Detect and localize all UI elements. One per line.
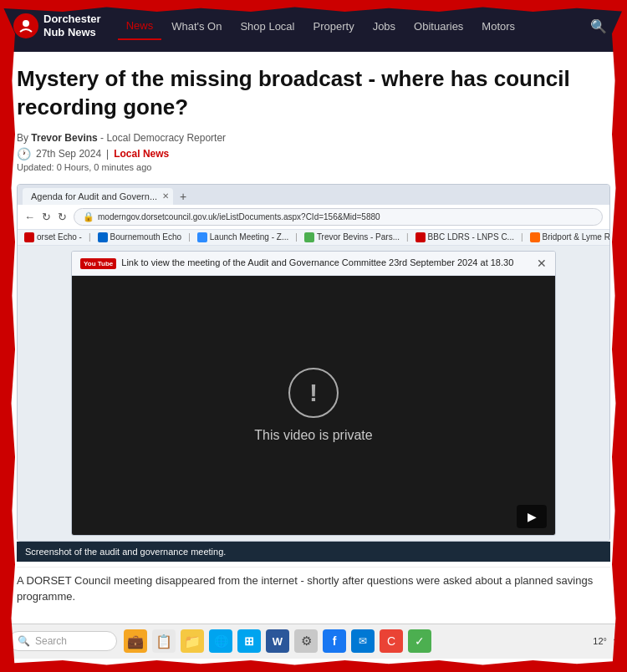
url-bar[interactable]: 🔒 moderngov.dorsetcouncil.gov.uk/ieListD… <box>74 208 603 226</box>
video-player: ! This video is private ▶ <box>72 276 555 535</box>
taskbar-app-outlook[interactable]: ✉ <box>351 629 375 653</box>
nav-item-shop-local[interactable]: Shop Local <box>232 13 303 39</box>
bookmark-favicon-1 <box>24 232 34 242</box>
bookmark-favicon-5 <box>415 232 426 242</box>
nav-item-news[interactable]: News <box>118 13 162 40</box>
browser-bookmarks: orset Echo - | Bournemouth Echo | Launch… <box>18 230 609 246</box>
taskbar-app-store[interactable]: ⊞ <box>237 629 261 653</box>
nav-item-motors[interactable]: Motors <box>473 13 523 39</box>
video-caption: Screenshot of the audit and governance m… <box>17 542 610 562</box>
red-border-left <box>0 0 15 659</box>
bookmark-dorset-echo[interactable]: orset Echo - <box>24 232 82 242</box>
bookmark-favicon-3 <box>197 232 207 242</box>
nav-items: News What's On Shop Local Property Jobs … <box>118 13 584 40</box>
taskbar-app-explorer[interactable]: 📋 <box>152 629 176 653</box>
article-date-line: 🕐 27th Sep 2024 | Local News <box>17 147 610 160</box>
bookmark-favicon-6 <box>530 232 540 242</box>
video-private-content: ! This video is private <box>254 368 372 443</box>
red-border-right <box>612 0 627 659</box>
taskbar-app-word[interactable]: W <box>266 629 289 653</box>
video-popup-title-text: Link to view the meeting of the Audit an… <box>121 257 513 269</box>
article-author: By Trevor Bevins - Local Democracy Repor… <box>17 132 610 144</box>
logo-icon <box>13 13 38 38</box>
nav-item-obituaries[interactable]: Obituaries <box>405 13 472 39</box>
secure-icon: 🔒 <box>83 211 94 222</box>
tab-add-button[interactable]: + <box>175 188 191 205</box>
browser-tabs: Agenda for Audit and Govern... ✕ + <box>18 185 609 205</box>
bookmark-zoom[interactable]: Launch Meeting - Z... <box>197 232 289 242</box>
svg-point-0 <box>23 20 29 27</box>
article-title: Mystery of the missing broadcast - where… <box>17 65 610 122</box>
clock-icon: 🕐 <box>17 147 31 160</box>
youtube-icon: You Tube <box>80 258 116 269</box>
video-popup-close-button[interactable]: ✕ <box>537 257 547 270</box>
taskbar-search-icon: 🔍 <box>18 635 30 647</box>
bookmark-favicon-2 <box>98 232 108 242</box>
nav-item-property[interactable]: Property <box>305 13 363 39</box>
video-popup-container: You Tube Link to view the meeting of the… <box>18 246 609 541</box>
taskbar-search-placeholder: Search <box>35 635 67 647</box>
taskbar-app-icons: 💼 📋 📁 🌐 ⊞ W ⚙ f ✉ C ✓ <box>124 629 586 653</box>
taskbar-app-folder[interactable]: 📁 <box>181 629 204 653</box>
taskbar-search[interactable]: 🔍 Search <box>8 631 117 651</box>
logo[interactable]: Dorchester Nub News <box>13 13 101 38</box>
nav-item-jobs[interactable]: Jobs <box>364 13 404 39</box>
article-body: A DORSET Council meeting disappeared fro… <box>17 567 610 610</box>
browser-address-bar: ← ↻ ↻ 🔒 moderngov.dorsetcouncil.gov.uk/i… <box>18 205 609 230</box>
video-popup-title-icon: You Tube Link to view the meeting of the… <box>80 257 513 269</box>
video-controls-bar: ▶ <box>517 505 547 528</box>
updated-text: Updated: 0 Hours, 0 minutes ago <box>17 162 610 172</box>
forward-icon[interactable]: ↻ <box>42 211 51 223</box>
browser-tab-active[interactable]: Agenda for Audit and Govern... ✕ <box>23 188 173 205</box>
taskbar-app-onedrive[interactable]: ✓ <box>408 629 431 653</box>
logo-text: Dorchester Nub News <box>43 13 101 38</box>
taskbar-app-facebook[interactable]: f <box>323 629 346 653</box>
local-news-badge[interactable]: Local News <box>114 148 169 160</box>
main-content: Mystery of the missing broadcast - where… <box>0 52 627 624</box>
bookmark-favicon-4 <box>304 232 314 242</box>
reload-icon[interactable]: ↻ <box>58 211 67 223</box>
tab-close-icon[interactable]: ✕ <box>162 191 169 201</box>
back-icon[interactable]: ← <box>24 211 35 223</box>
taskbar: 🔍 Search 💼 📋 📁 🌐 ⊞ W ⚙ f ✉ C ✓ 12° ⌃ <box>0 624 627 659</box>
video-private-icon: ! <box>288 368 339 418</box>
taskbar-app-briefcase[interactable]: 💼 <box>124 629 147 653</box>
browser-mock: Agenda for Audit and Govern... ✕ + ← ↻ ↻… <box>17 184 610 542</box>
video-play-button[interactable]: ▶ <box>517 505 547 528</box>
taskbar-app-settings[interactable]: ⚙ <box>294 629 318 653</box>
nav-item-whats-on[interactable]: What's On <box>163 13 230 39</box>
bookmark-bournemouth-echo[interactable]: Bournemouth Echo <box>98 232 182 242</box>
search-icon[interactable]: 🔍 <box>584 12 614 41</box>
taskbar-app-chrome[interactable]: C <box>380 629 403 653</box>
bookmark-trevor[interactable]: Trevor Bevins - Pars... <box>304 232 400 242</box>
video-popup-title-bar: You Tube Link to view the meeting of the… <box>72 252 555 276</box>
taskbar-temperature: 12° <box>593 636 607 646</box>
taskbar-app-edge[interactable]: 🌐 <box>209 629 232 653</box>
bookmark-bridport[interactable]: Bridport & Lyme Re... <box>530 232 609 242</box>
video-popup-window: You Tube Link to view the meeting of the… <box>71 251 556 536</box>
bookmark-bbc[interactable]: BBC LDRS - LNPS C... <box>415 232 514 242</box>
video-private-text: This video is private <box>254 428 372 443</box>
